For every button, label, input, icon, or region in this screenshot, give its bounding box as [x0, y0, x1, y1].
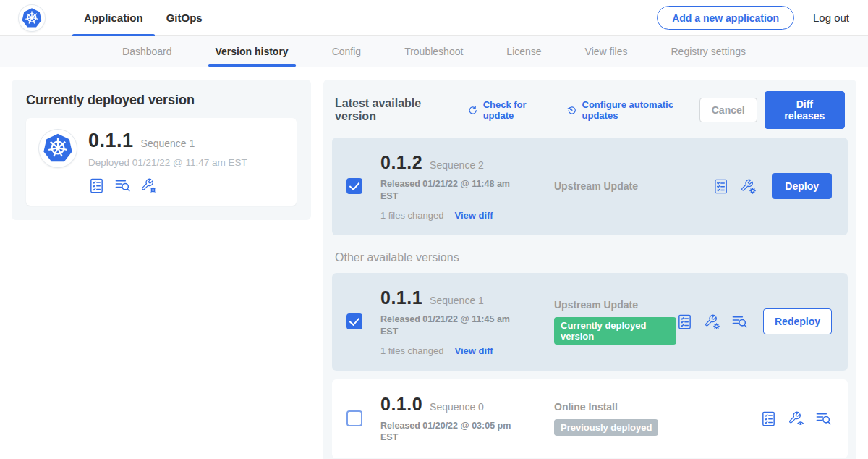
available-versions-panel: Latest available version Check for updat…: [323, 80, 856, 459]
version-number: 0.1.0: [380, 394, 422, 415]
other-versions-title: Other available versions: [335, 251, 845, 264]
preflight-checks-icon[interactable]: [88, 177, 105, 194]
deploy-button[interactable]: Deploy: [772, 173, 832, 199]
kubernetes-logo-icon: [19, 5, 45, 31]
view-diff-link[interactable]: View diff: [454, 345, 493, 356]
released-timestamp: Released 01/21/22 @ 11:45 am EST: [380, 313, 516, 338]
version-number: 0.1.2: [380, 152, 422, 173]
latest-available-title: Latest available version: [335, 97, 453, 123]
previously-deployed-badge: Previously deployed: [554, 419, 658, 436]
files-changed-label: 1 files changed: [380, 345, 443, 356]
version-source-label: Online Install: [554, 401, 760, 413]
tab-license[interactable]: License: [503, 36, 544, 67]
preflight-checks-icon[interactable]: [676, 313, 693, 330]
check-for-update-link[interactable]: Check for update: [467, 99, 552, 121]
currently-deployed-badge: Currently deployed version: [554, 317, 676, 345]
currently-deployed-title: Currently deployed version: [26, 93, 297, 108]
top-nav: Application GitOps Add a new application…: [0, 0, 868, 36]
current-version-number: 0.1.1: [88, 130, 134, 152]
tab-troubleshoot[interactable]: Troubleshoot: [401, 36, 466, 67]
preflight-checks-icon[interactable]: [760, 410, 777, 427]
configure-auto-updates-label: Configure automatic updates: [582, 99, 699, 121]
tab-dashboard[interactable]: Dashboard: [119, 36, 175, 67]
config-edit-icon[interactable]: [140, 177, 157, 194]
main-content: Currently deployed version 0.1.1 Sequenc…: [0, 67, 868, 459]
current-sequence-label: Sequence 1: [141, 138, 195, 149]
currently-deployed-card: 0.1.1 Sequence 1 Deployed 01/21/22 @ 11:…: [26, 118, 297, 206]
released-timestamp: Released 01/20/22 @ 03:05 pm EST: [380, 420, 516, 445]
config-edit-icon[interactable]: [704, 313, 720, 330]
tab-registry-settings[interactable]: Registry settings: [668, 36, 749, 67]
deploy-logs-icon[interactable]: [815, 410, 832, 427]
version-select-checkbox[interactable]: [346, 410, 362, 426]
available-versions-header: Latest available version Check for updat…: [332, 88, 848, 138]
redeploy-button[interactable]: Redeploy: [763, 308, 832, 334]
version-select-checkbox[interactable]: [346, 313, 362, 329]
version-number: 0.1.1: [380, 287, 422, 308]
files-changed-label: 1 files changed: [380, 210, 443, 221]
top-tab-application[interactable]: Application: [72, 0, 155, 36]
preflight-checks-icon[interactable]: [712, 178, 729, 195]
deployed-timestamp: Deployed 01/21/22 @ 11:47 am EST: [88, 157, 247, 168]
tab-version-history[interactable]: Version history: [213, 36, 292, 67]
tab-view-files[interactable]: View files: [582, 36, 631, 67]
version-row-0-1-0: 0.1.0 Sequence 0 Released 01/20/22 @ 03:…: [332, 379, 848, 459]
top-tab-application-label: Application: [84, 12, 143, 24]
app-sub-nav: Dashboard Version history Config Trouble…: [0, 36, 868, 67]
app-logo-icon: [39, 130, 77, 167]
top-tab-gitops[interactable]: GitOps: [155, 0, 214, 36]
released-timestamp: Released 01/21/22 @ 11:48 am EST: [380, 178, 516, 203]
view-config-icon[interactable]: [788, 410, 804, 427]
configure-auto-updates-link[interactable]: Configure automatic updates: [566, 99, 699, 121]
version-source-label: Upstream Update: [554, 299, 676, 311]
sequence-label: Sequence 1: [430, 295, 484, 306]
deploy-logs-icon[interactable]: [114, 177, 131, 194]
version-row-0-1-2: 0.1.2 Sequence 2 Released 01/21/22 @ 11:…: [332, 138, 848, 235]
deploy-logs-icon[interactable]: [731, 313, 748, 330]
logout-link[interactable]: Log out: [813, 12, 849, 24]
currently-deployed-panel: Currently deployed version 0.1.1 Sequenc…: [12, 80, 311, 220]
diff-releases-button[interactable]: Diff releases: [765, 91, 845, 129]
refresh-icon: [467, 104, 478, 117]
version-select-checkbox[interactable]: [346, 178, 362, 194]
tab-config[interactable]: Config: [329, 36, 364, 67]
version-source-label: Upstream Update: [554, 180, 712, 192]
auto-update-clock-icon: [566, 104, 577, 117]
top-tab-gitops-label: GitOps: [166, 12, 203, 24]
sequence-label: Sequence 0: [430, 401, 484, 413]
config-edit-icon[interactable]: [740, 178, 757, 195]
add-application-button[interactable]: Add a new application: [657, 6, 794, 30]
top-tab-bar: Application GitOps: [72, 0, 214, 36]
cancel-button[interactable]: Cancel: [699, 98, 757, 122]
sequence-label: Sequence 2: [430, 159, 484, 171]
version-row-0-1-1: 0.1.1 Sequence 1 Released 01/21/22 @ 11:…: [332, 273, 848, 371]
view-diff-link[interactable]: View diff: [454, 210, 493, 221]
check-for-update-label: Check for update: [483, 99, 553, 121]
